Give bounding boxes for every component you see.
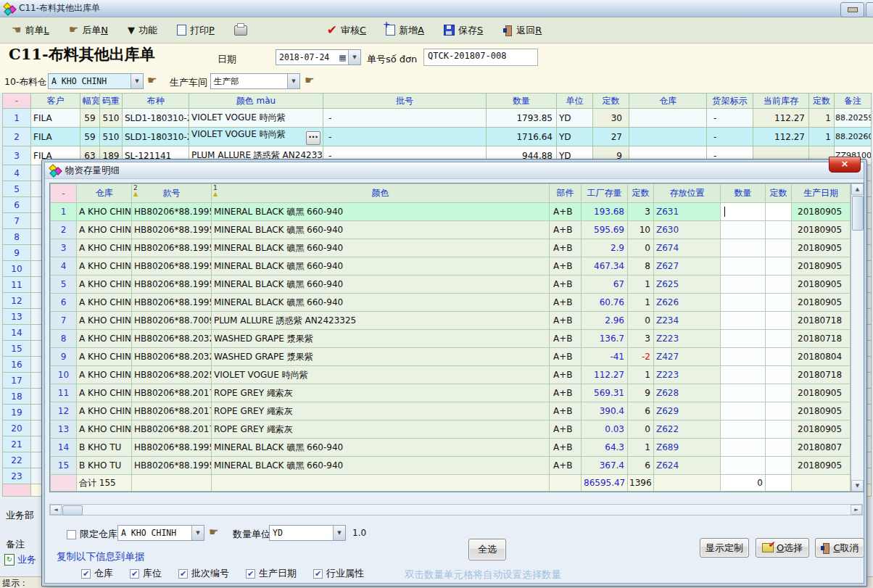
toolbar-print-button[interactable]: 打印P [177,24,215,37]
copy-option-checkbox[interactable]: ✔行业属性 [313,567,364,580]
cell[interactable]: A+B [550,276,582,294]
cell[interactable]: 1 [628,276,654,294]
scrollbar-thumb[interactable] [62,505,83,515]
cancel-button[interactable]: C取消 [815,538,864,558]
cell[interactable]: HB80206*88.19952 [132,203,212,221]
cell[interactable]: MINERAL BLACK 礦黑 660-940 [212,294,550,312]
cell[interactable]: -2 [628,348,654,366]
cell[interactable]: A KHO CHINH [77,366,132,384]
scroll-left-icon[interactable]: ◄ [50,505,62,515]
cell[interactable] [721,257,766,276]
vertical-scrollbar[interactable]: ▲ ▼ [851,183,864,492]
unit-select[interactable]: YD ▼ [269,525,346,541]
cell[interactable] [721,312,766,330]
cell[interactable]: 510 [100,109,123,128]
dialog-col-header[interactable]: 数量 [721,184,766,203]
ellipsis-button[interactable]: ... [306,131,320,145]
copy-info-link[interactable]: 复制以下信息到单据 [57,550,145,563]
cell[interactable]: 13 [51,421,77,439]
cell[interactable]: A+B [550,366,582,384]
cell[interactable] [766,257,792,276]
dialog-col-header[interactable]: 部件 [550,184,582,203]
cell[interactable]: 0.03 [582,421,628,439]
cell[interactable]: FILA [31,109,80,128]
cell[interactable] [766,421,792,439]
cell[interactable]: Z631 [654,203,721,221]
cell[interactable]: 30 [593,109,629,128]
cell[interactable]: WASHED GRAPE 漿果紫 [212,348,550,366]
order-no-field[interactable]: QTCK-201807-008 [423,49,538,66]
cell[interactable]: 0 [628,421,654,439]
copy-option-checkbox[interactable]: ✔批次编号 [178,567,229,580]
cell[interactable]: A KHO CHINH [77,312,132,330]
toolbar-save-button[interactable]: 保存S [444,24,483,37]
cell[interactable]: B KHO TU [77,439,132,457]
cell[interactable]: 20180807 [792,439,851,457]
cell[interactable]: 15 [51,457,77,475]
dialog-col-header[interactable]: 定数 [766,184,792,203]
cell[interactable]: A+B [550,457,582,475]
row-number[interactable]: 7 [3,213,31,229]
cell[interactable] [721,402,766,421]
scrollbar-thumb[interactable] [852,196,864,231]
cell[interactable]: 367.4 [582,457,628,475]
cell[interactable] [721,421,766,439]
cell[interactable]: 20180718 [792,366,851,384]
window-edge-button[interactable] [866,2,873,17]
cell[interactable]: HB80206*88.20322 [132,330,212,348]
cell[interactable]: 595.69 [582,221,628,239]
cell[interactable]: 67 [582,276,628,294]
cell[interactable]: Z626 [654,294,721,312]
main-col-header[interactable]: 幅宽 [80,94,100,109]
date-picker[interactable]: 2018-07-24 ▦ ▼ [276,49,361,65]
cell[interactable]: 1 [809,128,835,146]
cell[interactable] [721,457,766,475]
cell[interactable]: 20180905 [792,257,851,276]
cell[interactable]: 20180905 [792,384,851,402]
cell[interactable]: 1 [809,109,835,128]
business-link[interactable]: ↻ 业务 [4,553,36,566]
cell[interactable]: HB80206*88.19957 [132,221,212,239]
cell[interactable]: ROPE GREY 繩索灰 [212,421,550,439]
copy-option-checkbox[interactable]: ✔库位 [130,567,162,580]
cell[interactable]: 20180905 [792,457,851,475]
cell[interactable]: MINERAL BLACK 礦黑 660-940 [212,257,550,276]
main-col-header[interactable]: - [3,94,31,109]
main-col-header[interactable]: 货架标示 [707,94,753,109]
cell[interactable] [766,348,792,366]
scroll-down-icon[interactable]: ▼ [851,480,864,492]
cell[interactable]: 1 [628,294,654,312]
cell[interactable]: 3 [628,330,654,348]
toolbar-function-button[interactable]: ▼功能 [128,24,157,37]
cell[interactable]: 193.68 [582,203,628,221]
cell[interactable] [766,402,792,421]
cell[interactable]: 136.7 [582,330,628,348]
row-number[interactable]: 12 [3,293,31,309]
cell[interactable]: 20180905 [792,203,851,221]
printer-icon[interactable] [234,25,247,36]
cell[interactable]: Z624 [654,457,721,475]
copy-option-checkbox[interactable]: ✔仓库 [81,567,113,580]
main-col-header[interactable]: 单位 [557,94,593,109]
cell[interactable] [766,221,792,239]
main-col-header[interactable]: 仓库 [629,94,707,109]
cell[interactable]: 390.4 [582,402,628,421]
row-number[interactable]: 8 [3,229,31,245]
cell[interactable]: 59 [80,128,100,146]
cell[interactable]: SLD1-180310-2 [123,109,189,128]
copy-option-checkbox[interactable]: ✔生产日期 [246,567,297,580]
cell[interactable]: YD [557,128,593,146]
cell[interactable] [766,366,792,384]
row-number[interactable]: 17 [3,373,31,389]
cell[interactable]: A KHO CHINH [77,203,132,221]
cell[interactable] [721,276,766,294]
cell[interactable]: A+B [550,330,582,348]
cell[interactable]: Z629 [654,402,721,421]
chevron-down-icon[interactable]: ▼ [287,74,299,88]
toolbar-new-button[interactable]: 新增A [386,24,424,37]
cell[interactable]: - [707,109,753,128]
cell[interactable]: MINERAL BLACK 礦黑 660-940 [212,439,550,457]
cell[interactable]: HB80206*88.19958 [132,239,212,257]
cell[interactable] [766,384,792,402]
cell[interactable] [766,276,792,294]
